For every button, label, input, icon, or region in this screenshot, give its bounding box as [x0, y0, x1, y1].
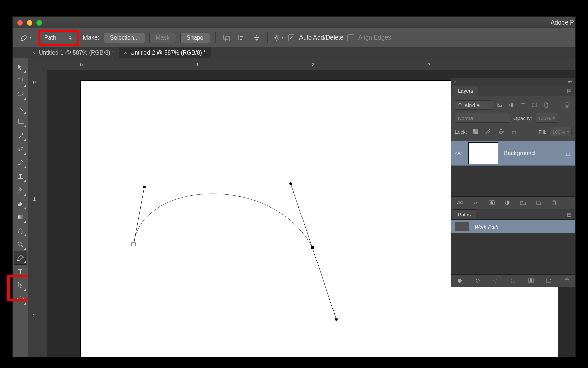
ruler-corner[interactable] [28, 58, 47, 70]
ruler-horizontal[interactable]: 0 1 2 3 [47, 58, 575, 70]
window-zoom-button[interactable] [36, 20, 42, 26]
pen-tool[interactable] [14, 251, 27, 265]
path-name[interactable]: Work Path [475, 224, 498, 230]
layer-name[interactable]: Background [504, 150, 559, 157]
panel-menu-icon[interactable]: ▤ [563, 86, 575, 96]
auto-add-delete-checkbox[interactable]: ✓ [288, 34, 295, 41]
path-thumbnail[interactable] [455, 222, 469, 231]
move-tool[interactable] [14, 60, 27, 74]
type-tool[interactable] [14, 265, 27, 278]
path-alignment-button[interactable] [236, 32, 247, 43]
new-group-icon[interactable] [518, 198, 528, 208]
delete-path-icon[interactable] [563, 276, 571, 286]
svg-point-8 [276, 36, 278, 39]
lasso-icon [17, 91, 24, 98]
layer-locked-icon[interactable] [564, 150, 572, 157]
eraser-tool[interactable] [14, 197, 27, 210]
marquee-tool[interactable] [14, 74, 27, 88]
make-selection-button[interactable]: Selection... [104, 33, 145, 43]
filter-adjustment-icon[interactable] [507, 100, 516, 110]
tools-panel [13, 58, 28, 357]
layers-empty-area[interactable] [451, 166, 575, 196]
stamp-tool[interactable] [14, 169, 27, 183]
gear-settings-button[interactable] [273, 32, 284, 43]
panel-strip[interactable]: × «« [451, 78, 575, 85]
ruler-vertical[interactable]: 0 1 2 [28, 70, 47, 357]
delete-layer-icon[interactable] [550, 198, 559, 208]
tab-layers[interactable]: Layers [453, 86, 478, 96]
zoom-tool[interactable] [14, 237, 27, 251]
panel-menu-icon[interactable]: ▤ [563, 209, 575, 219]
make-shape-button[interactable]: Shape [180, 33, 210, 43]
collapse-panel-icon[interactable]: «« [568, 79, 572, 84]
selection-to-path-icon[interactable] [509, 276, 517, 286]
options-bar: Path Make: Selection... Mask Shape ✓ Aut… [13, 28, 575, 47]
path-operations-button[interactable] [221, 32, 232, 43]
close-tab-icon[interactable]: × [32, 50, 35, 56]
layer-style-icon[interactable]: fx [471, 198, 481, 208]
filter-type-icon[interactable] [518, 100, 528, 110]
layer-thumbnail[interactable] [468, 142, 498, 164]
filter-pixel-icon[interactable] [495, 100, 505, 110]
fill-input[interactable]: 100% [550, 127, 572, 136]
panels-dock: × «« Layers ▤ Kind [451, 78, 575, 287]
app-window: Adobe P Path Make: Selection... Mask Sha… [12, 16, 576, 357]
ellipse-tool[interactable] [14, 292, 27, 306]
close-panel-icon[interactable]: × [454, 79, 457, 84]
layer-mask-icon[interactable] [487, 198, 496, 208]
new-path-icon[interactable] [545, 276, 553, 286]
doc-tab-untitled-2[interactable]: × Untitled-2 @ 587% (RGB/8) * [119, 47, 211, 58]
link-layers-icon[interactable] [455, 198, 465, 208]
chevron-down-icon [29, 37, 32, 39]
new-layer-icon[interactable] [534, 198, 543, 208]
layer-filter-type[interactable]: Kind [455, 100, 493, 110]
lasso-tool[interactable] [14, 88, 27, 101]
lock-image-icon[interactable] [483, 127, 493, 136]
path-selection-tool[interactable] [14, 278, 27, 292]
stamp-icon [17, 173, 24, 180]
doc-tab-untitled-1[interactable]: × Untitled-1 @ 587% (RGB/8) * [28, 47, 119, 58]
close-tab-icon[interactable]: × [124, 50, 127, 56]
stroke-path-icon[interactable] [473, 276, 481, 286]
path-to-selection-icon[interactable] [491, 276, 499, 286]
filter-smart-object-icon[interactable] [541, 100, 551, 110]
blur-tool[interactable] [14, 224, 27, 237]
filter-shape-icon[interactable] [530, 100, 539, 110]
adjustment-layer-icon[interactable] [502, 198, 512, 208]
make-mask-button[interactable]: Mask [149, 33, 176, 43]
lock-position-icon[interactable] [496, 127, 506, 136]
pen-mode-dropdown[interactable]: Path [41, 33, 76, 43]
svg-line-24 [291, 184, 312, 248]
layer-item-background[interactable]: Background [451, 141, 575, 166]
fill-value: 100% [552, 129, 565, 135]
gradient-tool[interactable] [14, 210, 27, 224]
visibility-toggle[interactable] [455, 151, 463, 156]
tab-paths[interactable]: Paths [453, 209, 476, 219]
quick-selection-tool[interactable] [14, 101, 27, 115]
svg-rect-13 [17, 147, 23, 151]
svg-point-15 [21, 148, 21, 149]
path-arrangement-button[interactable] [251, 32, 262, 43]
svg-rect-44 [566, 153, 570, 156]
eyedropper-tool[interactable] [14, 128, 27, 142]
svg-point-11 [18, 106, 21, 109]
lock-all-icon[interactable] [509, 127, 519, 136]
path-item-work-path[interactable]: Work Path [451, 220, 575, 233]
add-mask-icon[interactable] [527, 276, 535, 286]
crop-tool[interactable] [14, 115, 27, 128]
blend-mode-dropdown[interactable]: Normal [455, 113, 510, 123]
fill-path-icon[interactable] [455, 276, 464, 286]
svg-rect-19 [18, 215, 23, 219]
window-close-button[interactable] [17, 20, 23, 26]
tool-preset-picker[interactable] [18, 32, 34, 44]
opacity-input[interactable]: 100% [536, 113, 557, 123]
brush-tool[interactable] [14, 156, 27, 169]
window-minimize-button[interactable] [27, 20, 32, 26]
history-brush-tool[interactable] [14, 183, 27, 197]
filter-toggle[interactable] [562, 100, 572, 110]
align-edges-checkbox[interactable]: ✓ [347, 34, 354, 41]
paths-empty-area[interactable] [451, 233, 575, 274]
healing-brush-tool[interactable] [14, 142, 27, 156]
fill-label: Fill: [539, 129, 546, 135]
lock-transparency-icon[interactable] [470, 127, 480, 136]
